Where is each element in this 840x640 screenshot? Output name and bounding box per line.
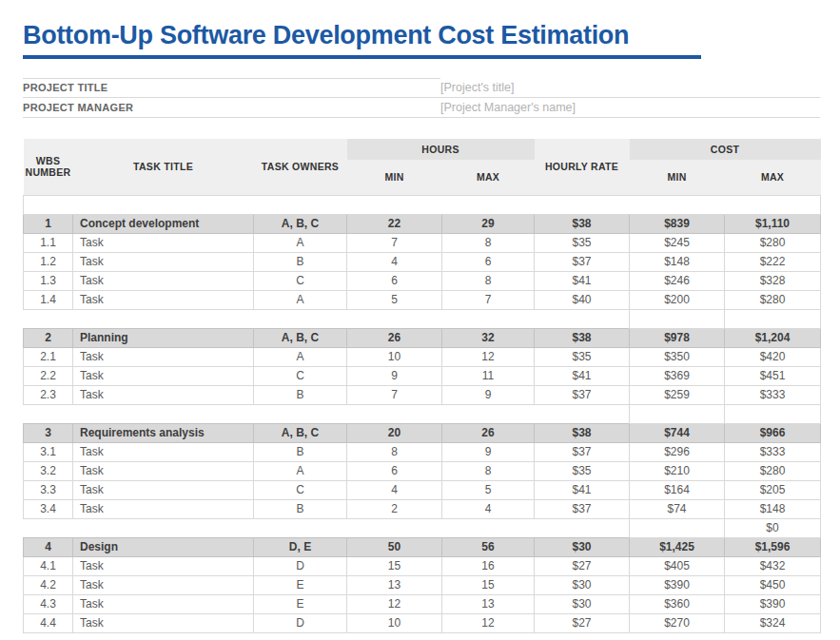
phase-summary-row-title-cell[interactable]: Planning bbox=[73, 328, 254, 347]
task-row-rate-cell[interactable]: $27 bbox=[535, 613, 630, 632]
task-row-wbs-cell[interactable]: 3.2 bbox=[24, 461, 73, 480]
task-row-owners-cell[interactable]: A bbox=[254, 347, 347, 366]
phase-summary-row-wbs-cell[interactable]: 1 bbox=[24, 214, 73, 233]
task-row-cost-max-cell[interactable]: $333 bbox=[725, 442, 821, 461]
task-row-hours-min-cell[interactable]: 13 bbox=[347, 575, 442, 594]
task-row-wbs-cell[interactable]: 1.3 bbox=[24, 271, 73, 290]
task-row-wbs-cell[interactable]: 3.4 bbox=[24, 499, 73, 518]
phase-summary-row-rate-cell[interactable]: $38 bbox=[535, 214, 630, 233]
task-row-rate-cell[interactable]: $30 bbox=[535, 594, 630, 613]
task-row-hours-max-cell[interactable]: 12 bbox=[442, 347, 535, 366]
task-row-owners-cell[interactable]: C bbox=[254, 366, 347, 385]
spacer-cost-max-cell[interactable] bbox=[725, 404, 821, 423]
task-row-cost-min-cell[interactable]: $259 bbox=[630, 385, 725, 404]
task-row-hours-min-cell[interactable]: 6 bbox=[347, 461, 442, 480]
phase-summary-row-title-cell[interactable]: Design bbox=[73, 537, 254, 556]
task-row-hours-max-cell[interactable]: 12 bbox=[442, 613, 535, 632]
task-row-hours-max-cell[interactable]: 8 bbox=[442, 233, 535, 252]
task-row-owners-cell[interactable]: A bbox=[254, 461, 347, 480]
task-row-cost-max-cell[interactable]: $450 bbox=[725, 575, 821, 594]
task-row-hours-max-cell[interactable]: 9 bbox=[442, 442, 535, 461]
phase-summary-row-title-cell[interactable]: Concept development bbox=[73, 214, 254, 233]
task-row-wbs-cell[interactable]: 3.3 bbox=[24, 480, 73, 499]
task-row-owners-cell[interactable]: B bbox=[254, 442, 347, 461]
task-row-cost-min-cell[interactable]: $405 bbox=[630, 556, 725, 575]
task-row-wbs-cell[interactable]: 2.3 bbox=[24, 385, 73, 404]
task-row-hours-max-cell[interactable]: 16 bbox=[442, 556, 535, 575]
task-row-hours-min-cell[interactable]: 5 bbox=[347, 290, 442, 309]
task-row-cost-min-cell[interactable]: $200 bbox=[630, 290, 725, 309]
task-row-owners-cell[interactable]: C bbox=[254, 271, 347, 290]
task-row-hours-min-cell[interactable]: 6 bbox=[347, 271, 442, 290]
task-row-wbs-cell[interactable]: 1.1 bbox=[24, 233, 73, 252]
phase-summary-row-hours-min-cell[interactable]: 50 bbox=[347, 537, 442, 556]
task-row-hours-min-cell[interactable]: 2 bbox=[347, 499, 442, 518]
task-row-title-cell[interactable]: Task bbox=[73, 366, 254, 385]
task-row-hours-min-cell[interactable]: 4 bbox=[347, 480, 442, 499]
spacer-cost-max-cell[interactable]: $0 bbox=[725, 518, 821, 537]
task-row-cost-max-cell[interactable]: $390 bbox=[725, 594, 821, 613]
task-row-hours-max-cell[interactable]: 4 bbox=[442, 499, 535, 518]
task-row-cost-max-cell[interactable]: $205 bbox=[725, 480, 821, 499]
task-row-cost-min-cell[interactable]: $270 bbox=[630, 613, 725, 632]
task-row-hours-min-cell[interactable]: 7 bbox=[347, 233, 442, 252]
task-row-wbs-cell[interactable]: 4.2 bbox=[24, 575, 73, 594]
task-row-title-cell[interactable]: Task bbox=[73, 442, 254, 461]
task-row-rate-cell[interactable]: $41 bbox=[535, 271, 630, 290]
task-row-wbs-cell[interactable]: 1.2 bbox=[24, 252, 73, 271]
task-row-cost-max-cell[interactable]: $280 bbox=[725, 233, 821, 252]
task-row-cost-max-cell[interactable]: $333 bbox=[725, 385, 821, 404]
phase-summary-row-rate-cell[interactable]: $30 bbox=[535, 537, 630, 556]
task-row-wbs-cell[interactable]: 2.1 bbox=[24, 347, 73, 366]
task-row-title-cell[interactable]: Task bbox=[73, 290, 254, 309]
task-row-owners-cell[interactable]: D bbox=[254, 613, 347, 632]
task-row-owners-cell[interactable]: B bbox=[254, 252, 347, 271]
task-row-title-cell[interactable]: Task bbox=[73, 385, 254, 404]
task-row-rate-cell[interactable]: $30 bbox=[535, 575, 630, 594]
task-row-hours-min-cell[interactable]: 15 bbox=[347, 556, 442, 575]
task-row-title-cell[interactable]: Task bbox=[73, 613, 254, 632]
phase-summary-row-hours-min-cell[interactable]: 22 bbox=[347, 214, 442, 233]
task-row-title-cell[interactable]: Task bbox=[73, 499, 254, 518]
task-row-cost-min-cell[interactable]: $246 bbox=[630, 271, 725, 290]
task-row-owners-cell[interactable]: E bbox=[254, 575, 347, 594]
task-row-owners-cell[interactable]: A bbox=[254, 290, 347, 309]
task-row-cost-min-cell[interactable]: $74 bbox=[630, 499, 725, 518]
phase-summary-row-hours-max-cell[interactable]: 56 bbox=[442, 537, 535, 556]
phase-summary-row-cost-max-cell[interactable]: $966 bbox=[725, 423, 821, 442]
spacer-cost-min-cell[interactable] bbox=[630, 309, 725, 328]
phase-summary-row-owners-cell[interactable]: A, B, C bbox=[254, 214, 347, 233]
task-row-cost-max-cell[interactable]: $451 bbox=[725, 366, 821, 385]
task-row-cost-max-cell[interactable]: $432 bbox=[725, 556, 821, 575]
task-row-wbs-cell[interactable]: 2.2 bbox=[24, 366, 73, 385]
task-row-hours-min-cell[interactable]: 9 bbox=[347, 366, 442, 385]
task-row-cost-min-cell[interactable]: $350 bbox=[630, 347, 725, 366]
phase-summary-row-cost-max-cell[interactable]: $1,204 bbox=[725, 328, 821, 347]
task-row-cost-min-cell[interactable]: $369 bbox=[630, 366, 725, 385]
task-row-title-cell[interactable]: Task bbox=[73, 461, 254, 480]
task-row-hours-max-cell[interactable]: 15 bbox=[442, 575, 535, 594]
task-row-wbs-cell[interactable]: 3.1 bbox=[24, 442, 73, 461]
phase-summary-row-hours-min-cell[interactable]: 20 bbox=[347, 423, 442, 442]
phase-summary-row-rate-cell[interactable]: $38 bbox=[535, 423, 630, 442]
project-title-value[interactable]: [Project's title] bbox=[440, 81, 514, 94]
task-row-hours-min-cell[interactable]: 10 bbox=[347, 347, 442, 366]
task-row-cost-min-cell[interactable]: $360 bbox=[630, 594, 725, 613]
task-row-wbs-cell[interactable]: 4.3 bbox=[24, 594, 73, 613]
task-row-cost-max-cell[interactable]: $280 bbox=[725, 461, 821, 480]
task-row-cost-min-cell[interactable]: $296 bbox=[630, 442, 725, 461]
task-row-title-cell[interactable]: Task bbox=[73, 271, 254, 290]
phase-summary-row-wbs-cell[interactable]: 4 bbox=[24, 537, 73, 556]
task-row-rate-cell[interactable]: $40 bbox=[535, 290, 630, 309]
phase-summary-row-hours-min-cell[interactable]: 26 bbox=[347, 328, 442, 347]
phase-summary-row-cost-max-cell[interactable]: $1,110 bbox=[725, 214, 821, 233]
task-row-rate-cell[interactable]: $27 bbox=[535, 556, 630, 575]
task-row-hours-min-cell[interactable]: 7 bbox=[347, 385, 442, 404]
phase-summary-row-rate-cell[interactable]: $38 bbox=[535, 328, 630, 347]
task-row-owners-cell[interactable]: E bbox=[254, 594, 347, 613]
task-row-owners-cell[interactable]: C bbox=[254, 480, 347, 499]
phase-summary-row-owners-cell[interactable]: A, B, C bbox=[254, 328, 347, 347]
task-row-cost-max-cell[interactable]: $324 bbox=[725, 613, 821, 632]
task-row-cost-max-cell[interactable]: $280 bbox=[725, 290, 821, 309]
task-row-rate-cell[interactable]: $41 bbox=[535, 480, 630, 499]
